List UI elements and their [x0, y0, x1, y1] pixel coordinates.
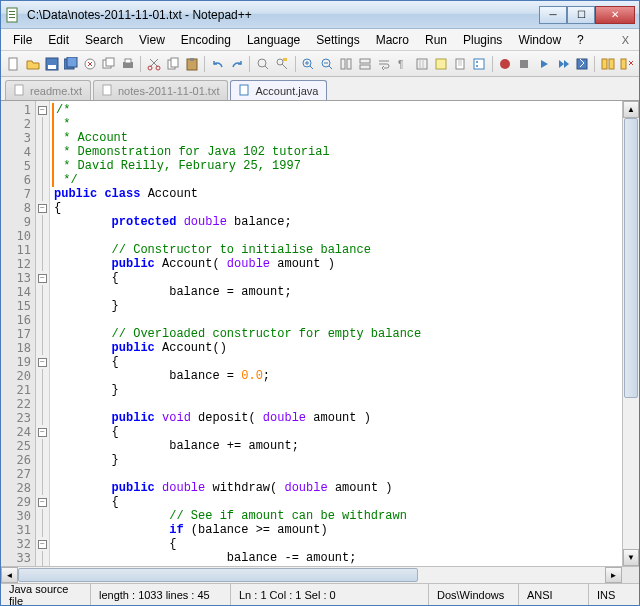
save-macro-icon[interactable] [573, 55, 590, 73]
line-number-gutter[interactable]: 1234567891011121314151617181920212223242… [1, 101, 36, 566]
fold-toggle[interactable]: − [38, 106, 47, 115]
code-line[interactable]: } [54, 383, 618, 397]
code-line[interactable]: balance = amount; [54, 285, 618, 299]
scroll-down-icon[interactable]: ▼ [623, 549, 639, 566]
close-button[interactable]: ✕ [595, 6, 635, 24]
replace-icon[interactable] [273, 55, 290, 73]
code-line[interactable]: { [54, 537, 618, 551]
minimize-button[interactable]: ─ [539, 6, 567, 24]
save-all-icon[interactable] [62, 55, 79, 73]
wordwrap-icon[interactable] [376, 55, 393, 73]
code-line[interactable]: { [54, 495, 618, 509]
vertical-scrollbar[interactable]: ▲ ▼ [622, 101, 639, 566]
code-line[interactable]: // Overloaded constructor for empty bala… [54, 327, 618, 341]
func-list-icon[interactable] [471, 55, 488, 73]
scroll-up-icon[interactable]: ▲ [623, 101, 639, 118]
menu-file[interactable]: File [5, 31, 40, 49]
fold-column[interactable]: −−−−−−− [36, 101, 50, 566]
save-icon[interactable] [43, 55, 60, 73]
menu-view[interactable]: View [131, 31, 173, 49]
clear-compare-icon[interactable] [618, 55, 635, 73]
code-line[interactable]: } [54, 299, 618, 313]
undo-icon[interactable] [209, 55, 226, 73]
scroll-left-icon[interactable]: ◄ [1, 567, 18, 583]
menu-plugins[interactable]: Plugins [455, 31, 510, 49]
menu-language[interactable]: Language [239, 31, 308, 49]
sync-h-icon[interactable] [357, 55, 374, 73]
code-line[interactable]: * Account [54, 131, 618, 145]
code-line[interactable]: // See if amount can be withdrawn [54, 509, 618, 523]
code-line[interactable] [54, 313, 618, 327]
tab-Account-java[interactable]: Account.java [230, 80, 327, 100]
titlebar[interactable]: C:\Data\notes-2011-11-01.txt - Notepad++… [1, 1, 639, 29]
menu-settings[interactable]: Settings [308, 31, 367, 49]
code-line[interactable]: public class Account [54, 187, 618, 201]
find-icon[interactable] [254, 55, 271, 73]
stop-macro-icon[interactable] [516, 55, 533, 73]
close-all-icon[interactable] [100, 55, 117, 73]
code-line[interactable]: protected double balance; [54, 215, 618, 229]
horizontal-scrollbar[interactable]: ◄ ► [1, 567, 622, 583]
code-line[interactable]: balance -= amount; [54, 551, 618, 565]
zoom-in-icon[interactable] [299, 55, 316, 73]
zoom-out-icon[interactable] [319, 55, 336, 73]
vscroll-thumb[interactable] [624, 118, 638, 398]
code-line[interactable]: { [54, 271, 618, 285]
redo-icon[interactable] [228, 55, 245, 73]
fold-toggle[interactable]: − [38, 358, 47, 367]
code-line[interactable]: } [54, 453, 618, 467]
code-line[interactable]: * [54, 117, 618, 131]
code-line[interactable]: public double withdraw( double amount ) [54, 481, 618, 495]
code-line[interactable]: { [54, 355, 618, 369]
status-eol[interactable]: Dos\Windows [429, 584, 519, 605]
menu-window[interactable]: Window [510, 31, 569, 49]
print-icon[interactable] [119, 55, 136, 73]
maximize-button[interactable]: ☐ [567, 6, 595, 24]
tab-notes-2011-11-01-txt[interactable]: notes-2011-11-01.txt [93, 80, 229, 100]
code-line[interactable]: balance += amount; [54, 439, 618, 453]
code-line[interactable]: return amount; [54, 565, 618, 566]
menu-help[interactable]: ? [569, 31, 592, 49]
code-line[interactable]: { [54, 425, 618, 439]
fold-toggle[interactable]: − [38, 274, 47, 283]
new-file-icon[interactable] [5, 55, 22, 73]
indent-guide-icon[interactable] [414, 55, 431, 73]
code-editor[interactable]: /* * * Account * Demonstration for Java … [50, 101, 622, 566]
menu-encoding[interactable]: Encoding [173, 31, 239, 49]
sync-v-icon[interactable] [338, 55, 355, 73]
show-all-chars-icon[interactable]: ¶ [395, 55, 412, 73]
code-line[interactable] [54, 397, 618, 411]
code-line[interactable]: public void deposit( double amount ) [54, 411, 618, 425]
menu-search[interactable]: Search [77, 31, 131, 49]
open-file-icon[interactable] [24, 55, 41, 73]
code-line[interactable]: /* [54, 103, 618, 117]
cut-icon[interactable] [145, 55, 162, 73]
code-line[interactable] [54, 467, 618, 481]
scroll-right-icon[interactable]: ► [605, 567, 622, 583]
play-macro-icon[interactable] [535, 55, 552, 73]
tab-readme-txt[interactable]: readme.txt [5, 80, 91, 100]
code-line[interactable]: balance = 0.0; [54, 369, 618, 383]
code-line[interactable]: public Account() [54, 341, 618, 355]
paste-icon[interactable] [183, 55, 200, 73]
status-mode[interactable]: INS [589, 584, 639, 605]
record-macro-icon[interactable] [497, 55, 514, 73]
code-line[interactable]: public Account( double amount ) [54, 257, 618, 271]
code-line[interactable]: */ [54, 173, 618, 187]
fold-toggle[interactable]: − [38, 498, 47, 507]
code-line[interactable]: * Demonstration for Java 102 tutorial [54, 145, 618, 159]
menu-close-x[interactable]: X [616, 34, 635, 46]
compare-icon[interactable] [599, 55, 616, 73]
code-line[interactable]: // Constructor to initialise balance [54, 243, 618, 257]
fold-toggle[interactable]: − [38, 204, 47, 213]
menu-run[interactable]: Run [417, 31, 455, 49]
code-line[interactable] [54, 229, 618, 243]
menu-edit[interactable]: Edit [40, 31, 77, 49]
user-lang-icon[interactable] [433, 55, 450, 73]
fold-toggle[interactable]: − [38, 428, 47, 437]
play-multi-icon[interactable] [554, 55, 571, 73]
status-encoding[interactable]: ANSI [519, 584, 589, 605]
doc-map-icon[interactable] [452, 55, 469, 73]
hscroll-thumb[interactable] [18, 568, 418, 582]
code-line[interactable]: if (balance >= amount) [54, 523, 618, 537]
